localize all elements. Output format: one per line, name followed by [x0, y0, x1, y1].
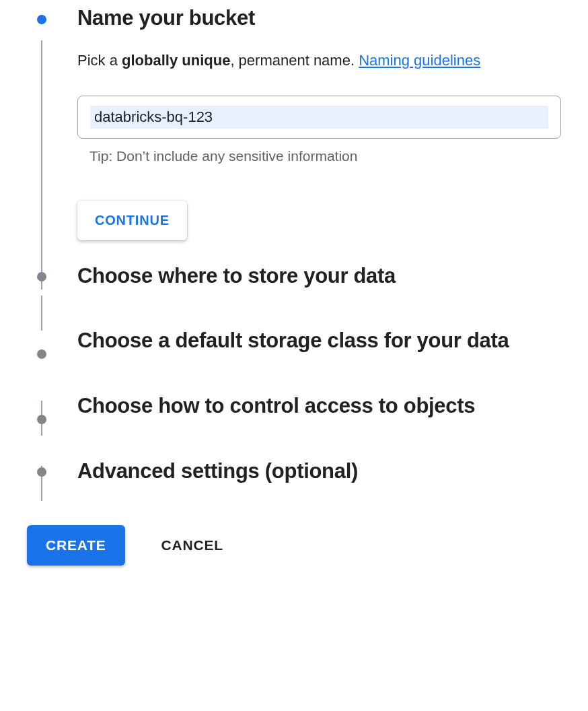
step-title-location[interactable]: Choose where to store your data [77, 263, 561, 290]
step-bullet-icon [37, 349, 46, 359]
subtitle-bold: globally unique [122, 52, 230, 69]
step-title-storage-class[interactable]: Choose a default storage class for your … [77, 328, 561, 354]
step-title-advanced[interactable]: Advanced settings (optional) [77, 459, 561, 485]
step-bullet-icon [37, 15, 46, 24]
subtitle-suffix: , permanent name. [230, 52, 359, 69]
bucket-name-input[interactable] [90, 106, 548, 129]
step-connector [41, 40, 42, 290]
cancel-button[interactable]: CANCEL [157, 525, 227, 566]
step-bullet-icon [37, 272, 46, 281]
step-advanced-settings: Advanced settings (optional) [27, 459, 561, 490]
step-bullet-icon [37, 415, 46, 424]
step-title-access-control[interactable]: Choose how to control access to objects [77, 393, 561, 419]
continue-button[interactable]: CONTINUE [77, 201, 187, 240]
step-connector [41, 296, 42, 331]
step-subtitle: Pick a globally unique, permanent name. … [77, 50, 561, 71]
bucket-name-input-wrap [77, 96, 561, 139]
step-storage-class: Choose a default storage class for your … [27, 328, 561, 393]
subtitle-prefix: Pick a [77, 52, 122, 69]
step-location: Choose where to store your data [27, 263, 561, 329]
step-title-name-bucket[interactable]: Name your bucket [77, 5, 561, 32]
footer-actions: CREATE CANCEL [27, 525, 561, 566]
step-name-bucket: Name your bucket Pick a globally unique,… [27, 5, 561, 263]
step-access-control: Choose how to control access to objects [27, 393, 561, 459]
step-bullet-icon [37, 467, 46, 477]
naming-guidelines-link[interactable]: Naming guidelines [359, 52, 480, 69]
bucket-name-tip: Tip: Don’t include any sensitive informa… [77, 148, 561, 164]
create-button[interactable]: CREATE [27, 525, 125, 566]
